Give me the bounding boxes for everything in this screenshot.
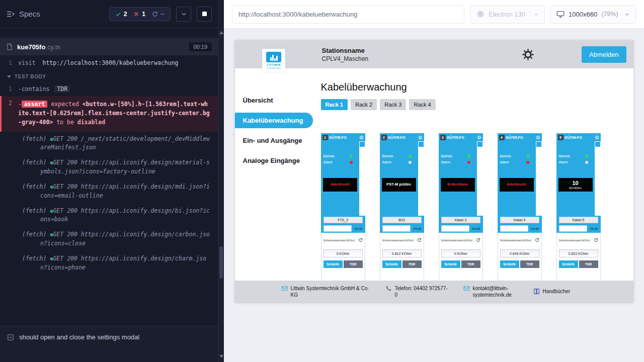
visit-command-row[interactable]: 1 visit http://localhost:3000/kabelueber… [0, 57, 218, 69]
tdr-button[interactable]: TDR [579, 260, 598, 268]
stop-button[interactable] [197, 7, 212, 22]
refresh-icon[interactable] [417, 238, 422, 242]
alarm-label: Alarm [441, 160, 450, 164]
reporter-scrollbar[interactable] [218, 0, 224, 362]
card-scrollbar-thumb[interactable] [536, 142, 541, 147]
card-gear-icon[interactable] [595, 135, 599, 140]
scroll-up-arrow[interactable] [219, 31, 223, 34]
next-test-row[interactable]: should open and close the settings modal [0, 326, 218, 362]
alarm-led [526, 161, 529, 164]
browser-selector[interactable]: Electron 130 [470, 5, 545, 24]
visit-command: visit [18, 59, 36, 66]
card-scrollbar-thumb[interactable] [595, 142, 600, 147]
alarm-led [467, 161, 470, 164]
collapse-caret-icon [7, 75, 11, 78]
name-input[interactable] [382, 225, 411, 232]
schleife-button[interactable]: Schleife [324, 260, 343, 268]
nav-item-uebersicht[interactable]: Übersicht [235, 93, 313, 108]
chevron-down-icon [624, 12, 630, 17]
footer-manuals-link[interactable]: Handbücher [533, 288, 570, 295]
resistance-value: 0 KOhm [324, 249, 363, 257]
reporter-header: Specs 2 1 -- [0, 0, 218, 28]
refresh-icon[interactable] [594, 238, 598, 242]
cypress-reporter-panel: Specs 2 1 -- [0, 0, 218, 362]
url-bar[interactable] [232, 5, 464, 24]
card-scrollbar-thumb[interactable] [360, 142, 365, 147]
betrieb-led [526, 155, 529, 158]
rack-tab-3[interactable]: Rack 3 [380, 99, 406, 110]
app-footer: Littwin Systemtechnik GmbH & Co. KG Tele… [235, 281, 633, 302]
refresh-icon[interactable] [535, 238, 539, 242]
firmware-version: V4.19 [587, 227, 601, 230]
name-input[interactable] [441, 225, 469, 232]
card-scrollbar-thumb[interactable] [477, 142, 482, 147]
collapse-button[interactable] [176, 7, 191, 22]
card-gear-icon[interactable] [536, 135, 540, 140]
device-cards-row: 1 KÜ705-FO Betrieb Alarm Aderbruch [321, 133, 625, 280]
schleife-button[interactable]: Schleife [559, 260, 578, 268]
refresh-icon[interactable] [358, 238, 363, 242]
card-scrollbar[interactable] [418, 141, 424, 216]
card-gear-icon[interactable] [418, 135, 423, 140]
fetch-log-row[interactable]: (fetch) ●GET 200 https://api.iconify.des… [0, 227, 218, 251]
station-info: Stationsname CPLV4_Maschen [322, 47, 369, 62]
tdr-button[interactable]: TDR [344, 260, 363, 268]
betrieb-label: Betrieb [559, 154, 570, 158]
pending-refresh-icon [152, 11, 158, 17]
littwin-logo-icon [266, 52, 281, 62]
spec-file-row[interactable]: kue705fo .cy.ts 00:19 [0, 38, 218, 55]
check-icon [115, 11, 121, 17]
card-number: 2 [381, 135, 387, 140]
card-gear-icon[interactable] [477, 135, 481, 140]
fetch-log-row[interactable]: (fetch) ●GET 200 https://api.iconify.des… [0, 155, 218, 179]
fetch-log-row[interactable]: (fetch) ●GET 200 https://api.iconify.des… [0, 204, 218, 228]
name-input[interactable] [324, 225, 352, 232]
card-scrollbar[interactable] [477, 141, 483, 216]
specs-menu-icon[interactable] [6, 10, 15, 19]
fetch-log-row[interactable]: (fetch) ●GET 200 /_next/static/developme… [0, 132, 218, 156]
app-body: Übersicht Kabelüberwachung Ein- und Ausg… [235, 68, 633, 281]
nav-item-kabelueberwachung[interactable]: Kabelüberwachung [235, 113, 313, 128]
rack-tab-4[interactable]: Rack 4 [409, 99, 435, 110]
nav-item-ein-und-ausgaenge[interactable]: Ein- und Ausgänge [235, 133, 313, 148]
viewport-selector[interactable]: 1000x660 (79%) [550, 5, 636, 24]
rack-tab-2[interactable]: Rack 2 [351, 99, 377, 110]
card-scrollbar[interactable] [359, 141, 365, 216]
schleife-button[interactable]: Schleife [382, 260, 401, 268]
card-number: 3 [440, 135, 446, 140]
refresh-icon[interactable] [476, 238, 480, 242]
card-scrollbar-thumb[interactable] [419, 142, 424, 147]
status-display: Aderbruch [500, 178, 534, 192]
page-title: Kabelüberwachung [321, 81, 625, 93]
tdr-button[interactable]: TDR [461, 260, 480, 268]
url-input[interactable] [232, 11, 464, 18]
contains-command: -contains [18, 85, 49, 93]
rack-tab-1[interactable]: Rack 1 [321, 99, 348, 110]
name-input[interactable] [500, 225, 528, 232]
specs-label[interactable]: Specs [19, 10, 40, 18]
fetch-log-row[interactable]: (fetch) ●GET 200 https://api.iconify.des… [0, 251, 218, 276]
card-scrollbar[interactable] [595, 141, 601, 216]
scrollbar-thumb[interactable] [219, 246, 223, 279]
logout-button[interactable]: Abmelden [582, 46, 626, 63]
test-body-section[interactable]: TEST BODY [0, 69, 218, 83]
firmware-version: V4.19 [469, 227, 483, 230]
alarm-label: Alarm [324, 160, 333, 164]
schleife-button[interactable]: Schleife [441, 260, 460, 268]
assert-message: -assert expected <button.w-[50%].h-[1.56… [18, 100, 211, 127]
tdr-button[interactable]: TDR [520, 260, 539, 268]
contains-command-row[interactable]: 1 -containsTDR [0, 83, 218, 96]
schleife-button[interactable]: Schleife [500, 260, 519, 268]
name-input[interactable] [559, 225, 587, 232]
betrieb-label: Betrieb [441, 154, 452, 158]
nav-item-analoge-eingaenge[interactable]: Analoge Eingänge [235, 153, 313, 168]
assert-selector: <button.w-[50%].h-[1.563rem].text-white.… [18, 101, 210, 126]
failed-assert-row[interactable]: 2 -assert expected <button.w-[50%].h-[1.… [0, 96, 218, 132]
fetch-log-row[interactable]: (fetch) ●GET 200 https://api.iconify.des… [0, 179, 218, 204]
card-gear-icon[interactable] [359, 135, 364, 140]
settings-button[interactable] [522, 49, 534, 60]
card-scrollbar[interactable] [536, 141, 542, 216]
scroll-down-arrow[interactable] [219, 355, 223, 358]
tdr-button[interactable]: TDR [403, 260, 422, 268]
footer-email[interactable]: kontakt@littwin-systemtechnik.de [463, 285, 519, 298]
